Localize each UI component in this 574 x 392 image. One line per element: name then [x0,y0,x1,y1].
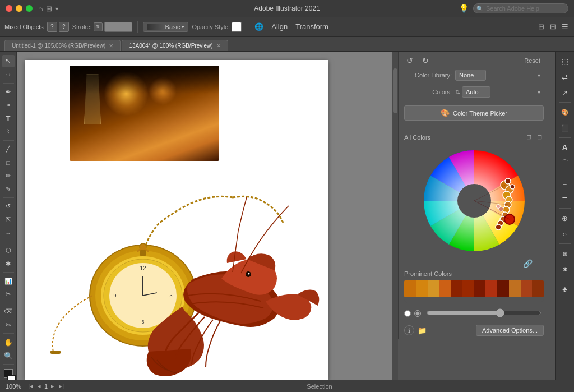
color-library-select[interactable]: None [455,70,486,81]
far-right-graphic-styles-btn[interactable]: ≣ [558,191,572,206]
swatch-6[interactable] [462,280,474,297]
stroke-color-box[interactable] [104,22,132,32]
radio-2[interactable] [414,310,421,317]
swatch-9[interactable] [497,280,509,297]
tool-scale[interactable]: ⇱ [2,214,15,226]
q-box-2[interactable]: ? [59,22,69,32]
canvas-scroll[interactable]: 12 6 3 9 [17,52,398,392]
colors-select[interactable]: Auto [462,86,490,98]
tool-touch[interactable]: ⌇ [2,126,15,138]
tab-13a004[interactable]: 13A004* @ 100% (RGB/Preview) ✕ [122,40,228,51]
radio-option-1[interactable] [404,310,411,317]
swatch-4[interactable] [439,280,451,297]
redo-button[interactable]: ↻ [420,55,431,66]
chevron-down-icon[interactable]: ▾ [55,6,58,12]
swatch-7[interactable] [474,280,486,297]
swatch-3[interactable] [428,280,439,297]
tool-type[interactable]: T [2,112,15,124]
search-input[interactable] [473,3,568,13]
scrollbar-v[interactable] [392,52,398,392]
tool-select[interactable]: ↖ [2,55,15,67]
close-button[interactable] [6,5,12,12]
swatch-2[interactable] [416,280,428,297]
mode-button[interactable]: Basic ▾ [143,22,189,32]
tool-scissors[interactable]: ✄ [2,319,15,331]
undo-button[interactable]: ↺ [404,55,415,66]
color-library-select-wrap[interactable]: None [455,70,544,81]
maximize-button[interactable] [26,5,33,12]
radio-option-2[interactable] [414,310,421,317]
lightbulb-icon[interactable]: 💡 [459,4,469,13]
swatch-5[interactable] [451,280,462,297]
q-box-1[interactable]: ? [47,22,57,32]
far-right-color-btn[interactable]: 🎨 [558,105,572,119]
swatch-12[interactable] [532,280,544,297]
far-right-transform-btn[interactable]: ⊞ [558,246,572,261]
tool-rotate[interactable]: ↺ [2,200,15,213]
swatch-10[interactable] [509,280,521,297]
tool-line[interactable]: ╱ [2,143,15,155]
swatch-1[interactable] [404,280,416,297]
far-right-type-btn[interactable]: A [558,140,572,155]
window-controls[interactable] [6,5,33,12]
globe-button[interactable]: 🌐 [252,21,266,32]
transform-button[interactable]: Transform [293,21,331,32]
grid-icon[interactable]: ⊞ [46,4,52,13]
last-page-btn[interactable]: ▸| [58,382,65,390]
menu-icon[interactable]: ☰ [561,21,570,32]
tool-column-graph[interactable]: 📊 [2,275,15,287]
far-right-paragraph-btn[interactable]: ⌒ [558,156,572,170]
radio-1[interactable] [404,310,411,317]
tool-warp[interactable]: ⌢ [2,227,15,239]
style-color-box[interactable] [232,22,242,32]
arrange-icon[interactable]: ⊞ [537,21,545,32]
tool-pen[interactable]: ✒ [2,86,15,98]
prev-page-btn[interactable]: ◂ [36,382,42,390]
far-right-pathfinder-btn[interactable]: ✱ [558,262,572,276]
colors-select-wrap[interactable]: Auto [462,86,544,98]
align-distribute-icon[interactable]: ⊟ [549,21,557,32]
colors-up-down[interactable]: ⇅ [455,89,460,96]
search-wrap[interactable]: 🔍 [473,3,568,13]
far-right-export-btn[interactable]: ↗ [558,85,572,100]
tool-pencil[interactable]: ✎ [2,183,15,195]
tab-13a004-close[interactable]: ✕ [216,43,221,49]
scroll-thumb-v[interactable] [393,68,397,113]
far-right-symbols-btn[interactable]: ○ [558,227,572,241]
info-button[interactable]: ℹ [404,325,414,335]
tool-paintbrush[interactable]: ✏ [2,169,15,182]
far-right-layers-btn[interactable]: ⬚ [558,54,572,68]
far-right-extra-btn[interactable]: ♣ [558,282,572,296]
far-right-properties-btn[interactable]: ⇄ [558,70,572,84]
next-page-btn[interactable]: ▸ [50,382,55,390]
folder-button[interactable]: 📁 [418,326,427,335]
advanced-options-button[interactable]: Advanced Options... [476,325,544,336]
first-page-btn[interactable]: |◂ [27,382,34,390]
tool-symbol[interactable]: ✱ [2,257,15,270]
align-button[interactable]: Align [269,21,290,32]
home-icon[interactable]: ⌂ [38,4,43,13]
reset-button[interactable]: Reset [521,56,544,65]
tab-untitled-close[interactable]: ✕ [109,43,113,49]
tool-zoom[interactable]: 🔍 [2,349,15,362]
range-slider[interactable] [427,308,541,317]
wheel-grid-btn[interactable]: ⊞ [525,133,533,141]
tool-direct-select[interactable]: ↔ [2,68,15,81]
tool-curvature[interactable]: ≈ [2,99,15,111]
wheel-list-btn[interactable]: ⊟ [535,133,544,141]
stroke-up-down[interactable]: ⇅ [94,22,103,31]
far-right-brushes-btn[interactable]: ⊕ [558,211,572,225]
far-right-appearance-btn[interactable]: ≡ [558,176,572,190]
swatch-8[interactable] [485,280,497,297]
far-right-swatches-btn[interactable]: ⬛ [558,121,572,135]
tab-untitled[interactable]: Untitled-1 @ 105.08% (RGB/Preview) ✕ [4,40,121,51]
minimize-button[interactable] [16,5,22,12]
color-theme-button[interactable]: 🎨 Color Theme Picker [404,105,544,121]
tool-rect[interactable]: □ [2,156,15,169]
tool-slice[interactable]: ✂ [2,288,15,301]
lock-button[interactable]: 🔗 [523,259,533,268]
tool-hand[interactable]: ✋ [2,336,15,348]
swatch-11[interactable] [521,280,533,297]
tool-blend[interactable]: ⬡ [2,245,15,257]
tool-eraser[interactable]: ⌫ [2,306,15,318]
